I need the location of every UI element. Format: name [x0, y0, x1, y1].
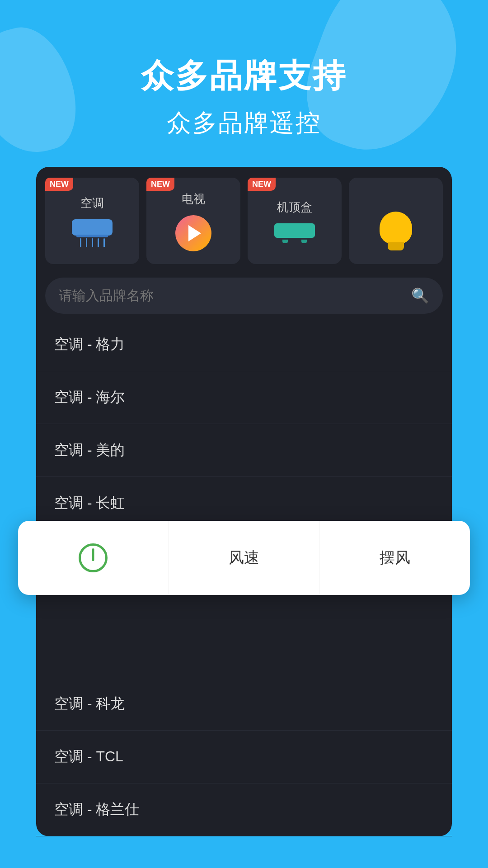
control-popup: 风速 摆风 — [18, 521, 470, 595]
search-icon: 🔍 — [411, 287, 429, 304]
brand-item-kelon[interactable]: 空调 - 科龙 — [36, 678, 452, 731]
power-button[interactable] — [18, 521, 169, 595]
wind-speed-label: 风速 — [229, 547, 259, 568]
brand-item-tcl[interactable]: 空调 - TCL — [36, 731, 452, 783]
main-card: NEW 空调 NEW 电视 NEW 机 — [36, 167, 452, 836]
brand-list-bottom: 空调 - 科龙 空调 - TCL 空调 - 格兰仕 — [36, 678, 452, 836]
tab-ac-badge: NEW — [45, 178, 73, 191]
stb-icon — [274, 223, 315, 243]
search-bar: 🔍 — [45, 278, 443, 314]
search-input[interactable] — [59, 288, 402, 303]
light-base — [388, 242, 404, 250]
wind-speed-button[interactable]: 风速 — [169, 521, 320, 595]
swing-button[interactable]: 摆风 — [319, 521, 470, 595]
brand-item-galanz[interactable]: 空调 - 格兰仕 — [36, 783, 452, 836]
light-icon — [380, 212, 412, 244]
power-icon — [79, 543, 108, 572]
category-tabs: NEW 空调 NEW 电视 NEW 机 — [36, 167, 452, 273]
tab-stb[interactable]: NEW 机顶盒 — [248, 178, 342, 264]
brand-list-top: 空调 - 格力 空调 - 海尔 空调 - 美的 空调 - 长虹 空调 - 志高 … — [36, 314, 452, 587]
tab-tv[interactable]: NEW 电视 — [146, 178, 240, 264]
tab-light[interactable] — [349, 178, 443, 264]
ac-icon — [72, 219, 113, 247]
popup-wrapper: 空调 - 志高 风速 摆风 — [36, 530, 452, 583]
tab-tv-label: 电视 — [182, 191, 205, 207]
brand-item-haier[interactable]: 空调 - 海尔 — [36, 371, 452, 424]
tv-icon — [175, 215, 211, 251]
header-section: 众多品牌支持 众多品牌遥控 — [0, 0, 488, 167]
tab-stb-badge: NEW — [248, 178, 276, 191]
header-title: 众多品牌支持 — [0, 54, 488, 98]
brand-item-geli[interactable]: 空调 - 格力 — [36, 318, 452, 371]
swing-label: 摆风 — [380, 547, 410, 568]
tab-tv-badge: NEW — [146, 178, 174, 191]
header-subtitle: 众多品牌遥控 — [0, 107, 488, 140]
tab-ac-label: 空调 — [80, 195, 104, 211]
brand-item-midea[interactable]: 空调 - 美的 — [36, 424, 452, 477]
tab-stb-label: 机顶盒 — [277, 199, 312, 215]
tv-play-icon — [188, 225, 201, 241]
popup-spacer — [36, 587, 452, 678]
tab-ac[interactable]: NEW 空调 — [45, 178, 139, 264]
